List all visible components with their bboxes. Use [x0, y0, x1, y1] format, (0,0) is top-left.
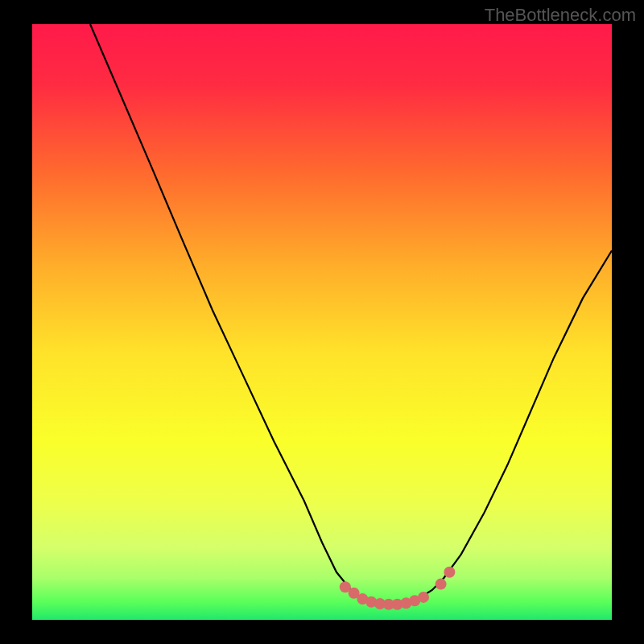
data-marker	[436, 579, 447, 590]
bottleneck-chart	[0, 0, 644, 644]
watermark-text: TheBottleneck.com	[485, 5, 636, 26]
data-marker	[418, 592, 429, 603]
plot-background	[32, 24, 612, 620]
data-marker	[444, 567, 455, 578]
